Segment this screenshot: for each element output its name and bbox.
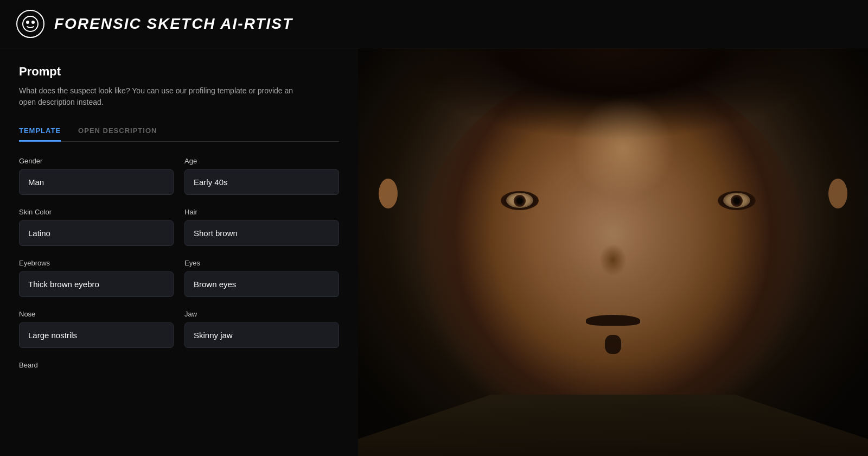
- form-group-nose: Nose: [19, 310, 174, 348]
- skin-color-label: Skin Color: [19, 208, 174, 216]
- app-logo-icon: [16, 10, 44, 38]
- left-panel: Prompt What does the suspect look like? …: [0, 48, 358, 456]
- nose-input[interactable]: [19, 322, 174, 348]
- form-group-gender: Gender: [19, 157, 174, 195]
- form-row-eyebrows-eyes: Eyebrows Eyes: [19, 259, 339, 297]
- hair-label: Hair: [184, 208, 339, 216]
- eyes-label: Eyes: [184, 259, 339, 267]
- jaw-label: Jaw: [184, 310, 339, 318]
- form-group-eyebrows: Eyebrows: [19, 259, 174, 297]
- form-group-age: Age: [184, 157, 339, 195]
- eyebrows-label: Eyebrows: [19, 259, 174, 267]
- gender-label: Gender: [19, 157, 174, 165]
- app-header: FORENSIC SKETCH AI-RTIST: [0, 0, 868, 48]
- form-group-jaw: Jaw: [184, 310, 339, 348]
- app-title-italic: AI: [220, 15, 238, 32]
- eyes-input[interactable]: [184, 271, 339, 297]
- svg-point-0: [23, 16, 38, 31]
- form-group-beard: Beard: [19, 361, 339, 373]
- beard-label: Beard: [19, 361, 339, 369]
- app-title: FORENSIC SKETCH AI-RTIST: [54, 15, 293, 33]
- gender-input[interactable]: [19, 169, 174, 195]
- main-content: Prompt What does the suspect look like? …: [0, 48, 868, 456]
- prompt-description: What does the suspect look like? You can…: [19, 85, 312, 108]
- form-row-skin-hair: Skin Color Hair: [19, 208, 339, 246]
- nose-label: Nose: [19, 310, 174, 318]
- app-title-prefix: FORENSIC SKETCH: [54, 15, 220, 32]
- form-group-eyes: Eyes: [184, 259, 339, 297]
- form-row-beard: Beard: [19, 361, 339, 373]
- prompt-title: Prompt: [19, 65, 339, 79]
- tab-open-description[interactable]: OPEN DESCRIPTION: [78, 121, 157, 142]
- portrait-gradient-overlay: [358, 48, 868, 456]
- tabs-container: TEMPLATE OPEN DESCRIPTION: [19, 121, 339, 142]
- right-panel-portrait: [358, 48, 868, 456]
- form-group-skin-color: Skin Color: [19, 208, 174, 246]
- jaw-input[interactable]: [184, 322, 339, 348]
- app-title-suffix: -RTIST: [238, 15, 293, 32]
- svg-point-1: [26, 21, 29, 24]
- skin-color-input[interactable]: [19, 220, 174, 246]
- hair-input[interactable]: [184, 220, 339, 246]
- svg-point-2: [31, 21, 35, 24]
- tab-template[interactable]: TEMPLATE: [19, 121, 61, 142]
- form-group-hair: Hair: [184, 208, 339, 246]
- portrait-canvas: [358, 48, 868, 456]
- form-row-gender-age: Gender Age: [19, 157, 339, 195]
- robot-face-icon: [22, 15, 39, 33]
- form-row-nose-jaw: Nose Jaw: [19, 310, 339, 348]
- age-label: Age: [184, 157, 339, 165]
- age-input[interactable]: [184, 169, 339, 195]
- eyebrows-input[interactable]: [19, 271, 174, 297]
